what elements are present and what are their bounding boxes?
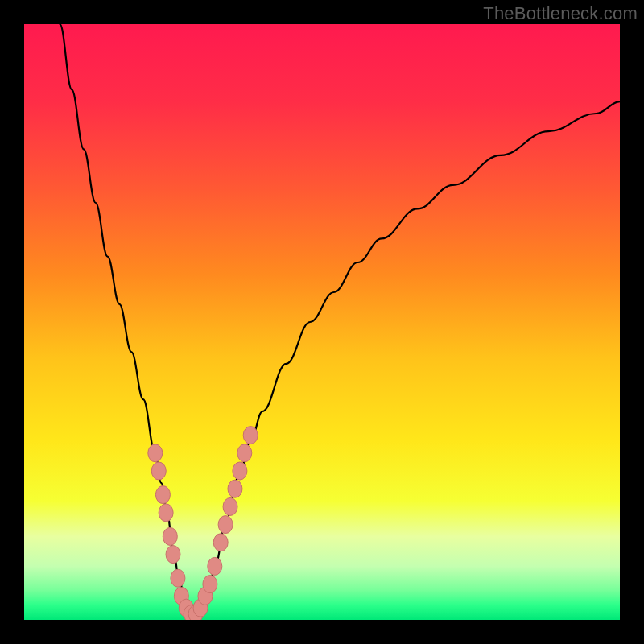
- watermark-text: TheBottleneck.com: [483, 3, 638, 24]
- bottleneck-curve: [60, 24, 620, 614]
- marker-point: [233, 462, 247, 480]
- plot-area: [24, 24, 620, 620]
- marker-point: [148, 444, 163, 462]
- marker-point: [151, 462, 166, 480]
- marker-point: [213, 534, 228, 551]
- marker-point: [203, 576, 217, 593]
- marker-point: [228, 480, 242, 497]
- marker-group: [148, 427, 258, 620]
- marker-point: [159, 504, 173, 522]
- marker-point: [171, 569, 185, 587]
- chart-frame: TheBottleneck.com: [0, 0, 644, 644]
- chart-overlay: [24, 24, 620, 620]
- marker-point: [155, 486, 170, 504]
- marker-point: [218, 516, 233, 534]
- marker-point: [223, 497, 237, 515]
- marker-point: [166, 546, 180, 564]
- marker-point: [237, 444, 252, 462]
- marker-point: [208, 557, 222, 575]
- marker-point: [243, 427, 258, 444]
- marker-point: [163, 527, 177, 545]
